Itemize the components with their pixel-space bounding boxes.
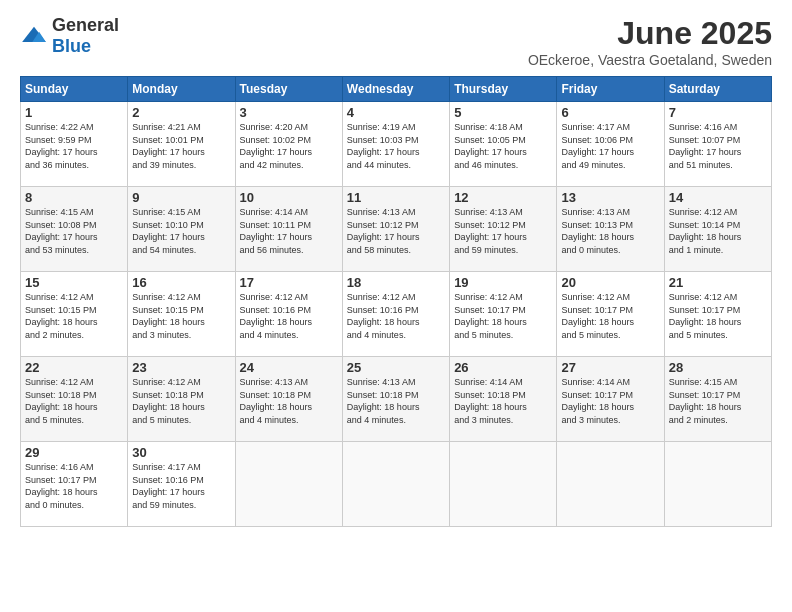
calendar-header: Sunday Monday Tuesday Wednesday Thursday…	[21, 77, 772, 102]
table-row: 28Sunrise: 4:15 AMSunset: 10:17 PMDaylig…	[664, 357, 771, 442]
day-number: 2	[132, 105, 230, 120]
day-number: 21	[669, 275, 767, 290]
day-number: 5	[454, 105, 552, 120]
day-number: 23	[132, 360, 230, 375]
table-row: 1Sunrise: 4:22 AMSunset: 9:59 PMDaylight…	[21, 102, 128, 187]
day-info: Sunrise: 4:18 AMSunset: 10:05 PMDaylight…	[454, 121, 552, 171]
day-number: 14	[669, 190, 767, 205]
day-number: 1	[25, 105, 123, 120]
table-row: 6Sunrise: 4:17 AMSunset: 10:06 PMDayligh…	[557, 102, 664, 187]
month-title: June 2025	[528, 15, 772, 52]
table-row: 11Sunrise: 4:13 AMSunset: 10:12 PMDaylig…	[342, 187, 449, 272]
logo-blue: Blue	[52, 36, 91, 56]
day-number: 8	[25, 190, 123, 205]
table-row: 16Sunrise: 4:12 AMSunset: 10:15 PMDaylig…	[128, 272, 235, 357]
col-friday: Friday	[557, 77, 664, 102]
day-info: Sunrise: 4:13 AMSunset: 10:12 PMDaylight…	[454, 206, 552, 256]
table-row: 27Sunrise: 4:14 AMSunset: 10:17 PMDaylig…	[557, 357, 664, 442]
day-number: 19	[454, 275, 552, 290]
day-info: Sunrise: 4:12 AMSunset: 10:17 PMDaylight…	[669, 291, 767, 341]
day-info: Sunrise: 4:12 AMSunset: 10:18 PMDaylight…	[25, 376, 123, 426]
table-row	[450, 442, 557, 527]
day-info: Sunrise: 4:15 AMSunset: 10:17 PMDaylight…	[669, 376, 767, 426]
table-row: 15Sunrise: 4:12 AMSunset: 10:15 PMDaylig…	[21, 272, 128, 357]
day-info: Sunrise: 4:20 AMSunset: 10:02 PMDaylight…	[240, 121, 338, 171]
day-number: 25	[347, 360, 445, 375]
day-info: Sunrise: 4:13 AMSunset: 10:18 PMDaylight…	[347, 376, 445, 426]
day-info: Sunrise: 4:15 AMSunset: 10:08 PMDaylight…	[25, 206, 123, 256]
calendar: Sunday Monday Tuesday Wednesday Thursday…	[20, 76, 772, 527]
day-info: Sunrise: 4:12 AMSunset: 10:15 PMDaylight…	[25, 291, 123, 341]
table-row: 17Sunrise: 4:12 AMSunset: 10:16 PMDaylig…	[235, 272, 342, 357]
table-row: 9Sunrise: 4:15 AMSunset: 10:10 PMDayligh…	[128, 187, 235, 272]
table-row: 3Sunrise: 4:20 AMSunset: 10:02 PMDayligh…	[235, 102, 342, 187]
day-info: Sunrise: 4:14 AMSunset: 10:17 PMDaylight…	[561, 376, 659, 426]
table-row: 30Sunrise: 4:17 AMSunset: 10:16 PMDaylig…	[128, 442, 235, 527]
day-info: Sunrise: 4:12 AMSunset: 10:16 PMDaylight…	[347, 291, 445, 341]
table-row: 23Sunrise: 4:12 AMSunset: 10:18 PMDaylig…	[128, 357, 235, 442]
day-info: Sunrise: 4:13 AMSunset: 10:12 PMDaylight…	[347, 206, 445, 256]
day-number: 13	[561, 190, 659, 205]
day-info: Sunrise: 4:16 AMSunset: 10:17 PMDaylight…	[25, 461, 123, 511]
day-number: 22	[25, 360, 123, 375]
day-number: 3	[240, 105, 338, 120]
day-number: 24	[240, 360, 338, 375]
day-number: 20	[561, 275, 659, 290]
col-saturday: Saturday	[664, 77, 771, 102]
table-row: 14Sunrise: 4:12 AMSunset: 10:14 PMDaylig…	[664, 187, 771, 272]
table-row	[342, 442, 449, 527]
day-info: Sunrise: 4:12 AMSunset: 10:14 PMDaylight…	[669, 206, 767, 256]
day-number: 4	[347, 105, 445, 120]
day-info: Sunrise: 4:13 AMSunset: 10:13 PMDaylight…	[561, 206, 659, 256]
day-number: 26	[454, 360, 552, 375]
table-row: 20Sunrise: 4:12 AMSunset: 10:17 PMDaylig…	[557, 272, 664, 357]
header-row: Sunday Monday Tuesday Wednesday Thursday…	[21, 77, 772, 102]
header: General Blue June 2025 OEckeroe, Vaestra…	[20, 15, 772, 68]
table-row: 5Sunrise: 4:18 AMSunset: 10:05 PMDayligh…	[450, 102, 557, 187]
day-number: 9	[132, 190, 230, 205]
table-row: 25Sunrise: 4:13 AMSunset: 10:18 PMDaylig…	[342, 357, 449, 442]
table-row	[557, 442, 664, 527]
day-number: 11	[347, 190, 445, 205]
day-info: Sunrise: 4:21 AMSunset: 10:01 PMDaylight…	[132, 121, 230, 171]
table-row: 2Sunrise: 4:21 AMSunset: 10:01 PMDayligh…	[128, 102, 235, 187]
day-info: Sunrise: 4:22 AMSunset: 9:59 PMDaylight:…	[25, 121, 123, 171]
logo: General Blue	[20, 15, 119, 57]
day-info: Sunrise: 4:14 AMSunset: 10:11 PMDaylight…	[240, 206, 338, 256]
day-info: Sunrise: 4:17 AMSunset: 10:16 PMDaylight…	[132, 461, 230, 511]
day-number: 30	[132, 445, 230, 460]
day-number: 27	[561, 360, 659, 375]
day-info: Sunrise: 4:13 AMSunset: 10:18 PMDaylight…	[240, 376, 338, 426]
day-info: Sunrise: 4:12 AMSunset: 10:17 PMDaylight…	[454, 291, 552, 341]
day-info: Sunrise: 4:12 AMSunset: 10:15 PMDaylight…	[132, 291, 230, 341]
title-block: June 2025 OEckeroe, Vaestra Goetaland, S…	[528, 15, 772, 68]
location-title: OEckeroe, Vaestra Goetaland, Sweden	[528, 52, 772, 68]
table-row: 7Sunrise: 4:16 AMSunset: 10:07 PMDayligh…	[664, 102, 771, 187]
col-tuesday: Tuesday	[235, 77, 342, 102]
day-number: 18	[347, 275, 445, 290]
table-row: 21Sunrise: 4:12 AMSunset: 10:17 PMDaylig…	[664, 272, 771, 357]
logo-general: General	[52, 15, 119, 35]
logo-text: General Blue	[52, 15, 119, 57]
table-row: 12Sunrise: 4:13 AMSunset: 10:12 PMDaylig…	[450, 187, 557, 272]
table-row: 4Sunrise: 4:19 AMSunset: 10:03 PMDayligh…	[342, 102, 449, 187]
calendar-body: 1Sunrise: 4:22 AMSunset: 9:59 PMDaylight…	[21, 102, 772, 527]
day-number: 12	[454, 190, 552, 205]
table-row: 29Sunrise: 4:16 AMSunset: 10:17 PMDaylig…	[21, 442, 128, 527]
col-sunday: Sunday	[21, 77, 128, 102]
day-info: Sunrise: 4:17 AMSunset: 10:06 PMDaylight…	[561, 121, 659, 171]
logo-icon	[20, 25, 48, 47]
day-number: 28	[669, 360, 767, 375]
table-row: 10Sunrise: 4:14 AMSunset: 10:11 PMDaylig…	[235, 187, 342, 272]
day-number: 16	[132, 275, 230, 290]
day-info: Sunrise: 4:12 AMSunset: 10:17 PMDaylight…	[561, 291, 659, 341]
col-monday: Monday	[128, 77, 235, 102]
day-number: 10	[240, 190, 338, 205]
table-row: 26Sunrise: 4:14 AMSunset: 10:18 PMDaylig…	[450, 357, 557, 442]
day-number: 17	[240, 275, 338, 290]
table-row: 13Sunrise: 4:13 AMSunset: 10:13 PMDaylig…	[557, 187, 664, 272]
table-row	[664, 442, 771, 527]
day-info: Sunrise: 4:14 AMSunset: 10:18 PMDaylight…	[454, 376, 552, 426]
day-info: Sunrise: 4:16 AMSunset: 10:07 PMDaylight…	[669, 121, 767, 171]
day-number: 7	[669, 105, 767, 120]
